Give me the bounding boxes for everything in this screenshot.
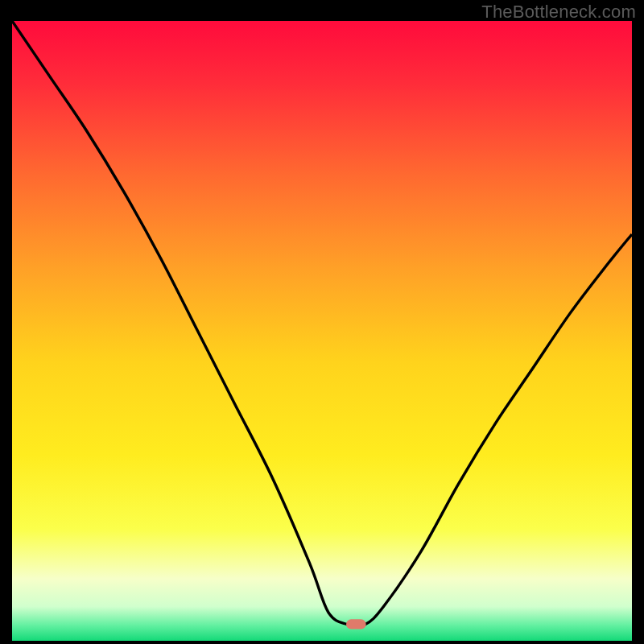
watermark-label: TheBottleneck.com	[481, 2, 636, 23]
marker-layer	[12, 21, 632, 630]
plot-area	[12, 21, 632, 630]
chart-frame: TheBottleneck.com	[0, 0, 644, 644]
minimum-marker	[346, 619, 366, 629]
